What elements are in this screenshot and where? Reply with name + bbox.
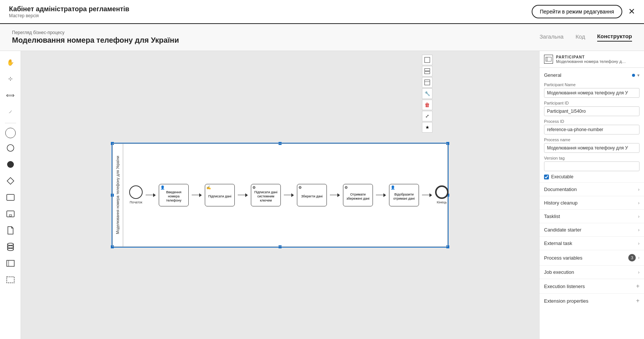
version-tag-field-label: Version tag <box>544 156 640 160</box>
process-name-field-group: Process name <box>544 137 640 153</box>
tasklist-header[interactable]: Tasklist › <box>540 210 644 223</box>
general-section: General ▾ Participant Name Participant I… <box>540 68 644 182</box>
process-id-input[interactable] <box>544 125 640 134</box>
arrow-5 <box>330 193 340 197</box>
rect-subprocess-tool-button[interactable] <box>4 207 17 221</box>
history-cleanup-title: History cleanup <box>544 200 578 206</box>
arrow-4 <box>284 193 294 197</box>
tab-general[interactable]: Загальна <box>540 33 564 41</box>
participant-id-input[interactable] <box>544 106 640 116</box>
start-event[interactable]: Початок <box>129 185 143 205</box>
job-execution-title: Job execution <box>544 269 574 275</box>
lane-header: Моделювання номера телефону для України <box>113 144 123 246</box>
move-tool-button[interactable]: ⟺ <box>4 88 17 102</box>
circle-thin-tool-button[interactable] <box>4 141 17 155</box>
external-task-section: External task › <box>540 236 644 250</box>
svg-rect-11 <box>7 277 14 283</box>
participant-name-input[interactable] <box>544 88 640 98</box>
hand-tool-button[interactable]: ✋ <box>4 55 17 69</box>
select-tool-button[interactable]: ⊹ <box>4 72 17 85</box>
app-header: Кабінет адміністратора регламентів Масте… <box>0 0 644 24</box>
documentation-title: Documentation <box>544 187 577 192</box>
left-toolbar: ✋ ⊹ ⟺ ⟋ <box>0 51 21 339</box>
process-name-input[interactable] <box>544 143 640 153</box>
doc-tool-button[interactable] <box>4 224 17 237</box>
executable-checkbox[interactable] <box>544 175 549 179</box>
version-tag-input[interactable] <box>544 161 640 171</box>
tab-code[interactable]: Код <box>575 33 585 41</box>
mini-tool-wrench[interactable]: 🔧 <box>422 88 432 99</box>
process-variables-title: Process variables <box>544 255 583 261</box>
participant-id-field-label: Participant ID <box>544 101 640 105</box>
tasklist-section: Tasklist › <box>540 209 644 223</box>
app-subtitle: Мастер версія <box>9 13 129 18</box>
arrow-2 <box>192 193 202 197</box>
task-3[interactable]: ⚙ Підписати дані системним ключем <box>251 184 281 206</box>
candidate-starter-header[interactable]: Candidate starter › <box>540 223 644 236</box>
task-1[interactable]: 👤 Введення номера телефону <box>159 184 189 206</box>
job-execution-header[interactable]: Job execution › <box>540 266 644 279</box>
mini-tool-1[interactable] <box>422 55 432 65</box>
circle-outline-tool-button[interactable] <box>5 128 16 138</box>
dotted-rect-tool-button[interactable] <box>4 273 17 287</box>
canvas-mini-toolbar: 🔧 🗑 ⤢ ★ <box>422 55 432 133</box>
external-task-header[interactable]: External task › <box>540 237 644 250</box>
lane-tool-button[interactable] <box>4 257 17 270</box>
task-5-text: Отримати збережені дані <box>345 193 371 201</box>
rect-tool-button[interactable] <box>4 191 17 204</box>
mini-tool-3[interactable] <box>422 77 432 88</box>
connect-tool-button[interactable]: ⟋ <box>4 105 17 118</box>
task-5-shape: ⚙ Отримати збережені дані <box>343 184 373 206</box>
participant-name-field-label: Participant Name <box>544 82 640 87</box>
task-4[interactable]: ⚙ Зберегти дані <box>297 184 327 206</box>
end-event[interactable]: Кінець <box>435 185 449 205</box>
general-section-title: General <box>544 72 561 78</box>
db-tool-button[interactable] <box>4 240 17 254</box>
history-cleanup-header[interactable]: History cleanup › <box>540 196 644 209</box>
task-3-icon: ⚙ <box>252 185 256 190</box>
participant-id-field-group: Participant ID <box>544 101 640 116</box>
tab-constructor[interactable]: Конструктор <box>597 33 632 42</box>
lane-content: Початок 👤 Введення номера телефону <box>123 144 447 246</box>
participant-name-field-group: Participant Name <box>544 82 640 98</box>
task-2[interactable]: ✍ Підписати дані <box>205 184 235 206</box>
mini-tool-2[interactable] <box>422 66 432 76</box>
general-section-dot <box>632 74 635 77</box>
svg-rect-15 <box>425 80 430 85</box>
arrow-3 <box>238 193 248 197</box>
svg-rect-9 <box>7 260 14 266</box>
diamond-tool-button[interactable] <box>4 174 17 188</box>
lane-label: Моделювання номера телефону для України <box>116 156 120 234</box>
start-event-shape <box>129 185 143 199</box>
task-6-text: Відобразити отримані дані <box>391 193 417 201</box>
bpmn-diagram[interactable]: Моделювання номера телефону для України … <box>112 143 449 248</box>
svg-point-1 <box>7 161 14 168</box>
mini-tool-delete[interactable]: 🗑 <box>422 100 432 110</box>
mini-tool-star[interactable]: ★ <box>422 122 432 133</box>
task-6[interactable]: 👤 Відобразити отримані дані <box>389 184 419 206</box>
process-variables-header[interactable]: Process variables 3 › <box>540 250 644 265</box>
arrow-1 <box>146 193 156 197</box>
general-section-header[interactable]: General ▾ <box>544 71 640 79</box>
documentation-header[interactable]: Documentation › <box>540 183 644 196</box>
execution-listeners-header[interactable]: Execution listeners + <box>540 279 644 293</box>
extension-properties-header[interactable]: Extension properties + <box>540 294 644 308</box>
task-4-text: Зберегти дані <box>301 194 323 199</box>
executable-label[interactable]: Executable <box>551 174 573 179</box>
extension-properties-section: Extension properties + <box>540 293 644 308</box>
mini-tool-expand[interactable]: ⤢ <box>422 111 432 121</box>
extension-properties-title: Extension properties <box>544 298 589 304</box>
edit-mode-button[interactable]: Перейти в режим редагування <box>532 5 622 18</box>
task-5[interactable]: ⚙ Отримати збережені дані <box>343 184 373 206</box>
close-button[interactable]: ✕ <box>628 7 635 16</box>
process-variables-chevron-icon: › <box>638 255 640 260</box>
svg-rect-17 <box>546 57 552 61</box>
task-4-icon: ⚙ <box>298 185 302 190</box>
process-variables-badge: 3 <box>628 254 636 261</box>
general-chevron-icon: ▾ <box>637 73 640 78</box>
task-3-shape: ⚙ Підписати дані системним ключем <box>251 184 281 206</box>
execution-listeners-title: Execution listeners <box>544 284 585 289</box>
header-title-area: Кабінет адміністратора регламентів Масте… <box>9 5 129 18</box>
canvas-area[interactable]: Моделювання номера телефону для України … <box>21 51 539 339</box>
circle-filled-tool-button[interactable] <box>4 158 17 171</box>
